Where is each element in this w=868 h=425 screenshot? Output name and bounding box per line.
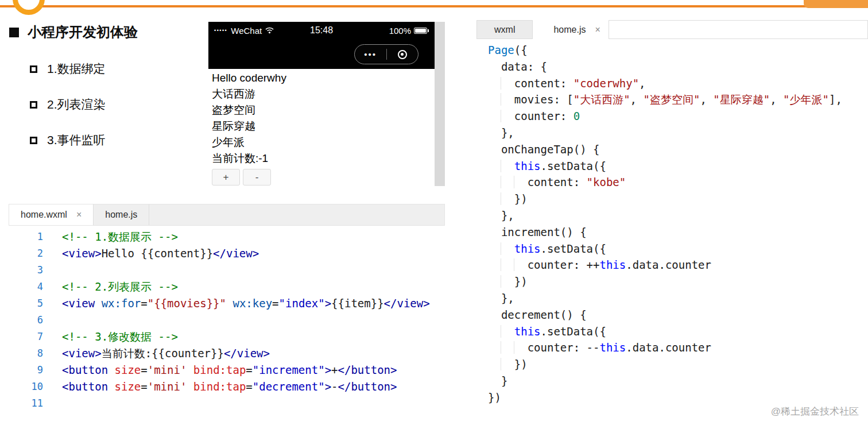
tab-home-js[interactable]: home.js × xyxy=(541,20,603,39)
content-line: 少年派 xyxy=(212,134,431,150)
code-line: movies: ["大话西游", "盗梦空间", "星际穿越", "少年派"], xyxy=(488,91,868,108)
line-number: 2 xyxy=(9,245,43,262)
deco-corner-shape xyxy=(804,0,868,8)
line-number: 1 xyxy=(9,229,43,245)
counter-line: 当前计数:-1 xyxy=(212,150,431,167)
deco-ring-icon xyxy=(13,0,45,15)
code-line: }, xyxy=(488,207,868,224)
code-line: }) xyxy=(488,356,868,373)
code-line: this.setData({ xyxy=(488,158,868,175)
more-menu-button[interactable]: ••• xyxy=(355,45,386,64)
statusbar-left: ••••• WeChat xyxy=(214,26,310,36)
clock-label: 15:48 xyxy=(310,25,333,36)
outline-item-data-binding: 1.数据绑定 xyxy=(30,61,138,77)
code-line: 6 xyxy=(9,312,445,329)
decrement-button[interactable]: - xyxy=(243,169,271,186)
js-code-area[interactable]: Page({ data: { content: "coderwhy", movi… xyxy=(476,39,868,406)
close-icon[interactable]: × xyxy=(595,25,600,35)
slide: 小程序开发初体验 1.数据绑定 2.列表渲染 3.事件监听 ••••• WeCh… xyxy=(0,0,868,425)
code-line: }, xyxy=(488,290,868,307)
wifi-icon xyxy=(265,27,274,34)
line-number: 4 xyxy=(9,279,43,295)
js-editor-tabbar: wxml home.js × xyxy=(476,20,868,39)
code-line: decrement() { xyxy=(488,307,868,323)
phone-preview: ••••• WeChat 15:48 100% xyxy=(208,22,445,186)
code-line: onChangeTap() { xyxy=(488,141,868,158)
js-editor: wxml home.js × Page({ data: { content: "… xyxy=(476,20,868,422)
hollow-square-bullet-icon xyxy=(30,65,37,73)
code-line: content: "coderwhy", xyxy=(488,75,868,92)
outline-item-label: 1.数据绑定 xyxy=(47,61,106,77)
code-line: 2<view>Hello {{content}}</view> xyxy=(9,245,445,262)
tab-label: home.wxml xyxy=(21,210,67,220)
watermark: @稀土掘金技术社区 xyxy=(771,405,859,418)
tab-label: home.js xyxy=(105,210,137,220)
outline-section: 小程序开发初体验 1.数据绑定 2.列表渲染 3.事件监听 xyxy=(9,23,138,148)
wxml-editor: home.wxml × home.js 1<!-- 1.数据展示 -->2<vi… xyxy=(9,204,445,414)
page-title-row: 小程序开发初体验 xyxy=(9,23,138,41)
outline-item-label: 3.事件监听 xyxy=(47,132,106,148)
line-number: 5 xyxy=(9,295,43,312)
code-line: 8<view>当前计数:{{counter}}</view> xyxy=(9,345,445,362)
hollow-square-bullet-icon xyxy=(30,137,37,144)
code-line: 1<!-- 1.数据展示 --> xyxy=(9,229,445,245)
content-line: 盗梦空间 xyxy=(212,102,431,118)
code-line: data: { xyxy=(488,59,868,75)
line-number: 10 xyxy=(9,378,43,395)
code-line: 9<button size='mini' bind:tap="increment… xyxy=(9,362,445,378)
code-line: increment() { xyxy=(488,224,868,241)
code-line: counter: 0 xyxy=(488,108,868,125)
code-line: 5<view wx:for="{{movies}}" wx:key="index… xyxy=(9,295,445,312)
code-line: Page({ xyxy=(488,42,868,59)
counter-buttons-row: + - xyxy=(212,169,431,186)
tabbar-empty-area xyxy=(609,20,868,39)
code-line: }) xyxy=(488,191,868,207)
code-line: 3 xyxy=(9,262,445,279)
content-line: Hello coderwhy xyxy=(212,70,431,86)
filled-square-bullet-icon xyxy=(9,28,19,37)
battery-icon xyxy=(414,28,429,34)
code-line: counter: ++this.data.counter xyxy=(488,257,868,273)
code-line: 4<!-- 2.列表展示 --> xyxy=(9,279,445,295)
code-line: content: "kobe" xyxy=(488,174,868,191)
line-number: 3 xyxy=(9,262,43,279)
phone-scrollbar-strip[interactable] xyxy=(435,22,445,186)
tab-label: home.js xyxy=(553,25,586,35)
close-icon[interactable]: × xyxy=(76,210,82,220)
code-line: }, xyxy=(488,125,868,141)
code-line: 7<!-- 3.修改数据 --> xyxy=(9,329,445,345)
code-line: this.setData({ xyxy=(488,323,868,340)
tab-label: wxml xyxy=(494,25,515,35)
content-line: 大话西游 xyxy=(212,86,431,102)
phone-screen: ••••• WeChat 15:48 100% xyxy=(208,22,435,186)
line-number: 9 xyxy=(9,362,43,378)
code-line: this.setData({ xyxy=(488,241,868,257)
tab-wxml[interactable]: wxml xyxy=(476,20,533,39)
tab-home-wxml[interactable]: home.wxml × xyxy=(9,204,94,225)
outline-item-label: 2.列表渲染 xyxy=(47,96,106,113)
content-line: 星际穿越 xyxy=(212,118,431,134)
line-number: 7 xyxy=(9,329,43,345)
phone-navbar: ••• xyxy=(208,39,435,69)
increment-button[interactable]: + xyxy=(212,169,240,186)
line-number: 11 xyxy=(9,395,43,412)
signal-dots-icon: ••••• xyxy=(214,28,227,33)
miniprogram-content: Hello coderwhy 大话西游 盗梦空间 星际穿越 少年派 当前计数:-… xyxy=(208,69,435,187)
page-title: 小程序开发初体验 xyxy=(28,23,138,41)
tab-home-js[interactable]: home.js xyxy=(94,204,149,225)
exit-circle-icon xyxy=(398,50,407,59)
code-line: 10<button size='mini' bind:tap="decremen… xyxy=(9,378,445,395)
code-line: 11 xyxy=(9,395,445,412)
outline-item-list-render: 2.列表渲染 xyxy=(30,96,138,113)
wxml-editor-tabbar: home.wxml × home.js xyxy=(9,204,445,226)
line-number: 8 xyxy=(9,345,43,362)
top-accent-bar xyxy=(0,5,868,7)
hollow-square-bullet-icon xyxy=(30,101,37,109)
battery-percent-label: 100% xyxy=(389,26,411,36)
wxml-code-area[interactable]: 1<!-- 1.数据展示 -->2<view>Hello {{content}}… xyxy=(9,226,445,412)
code-line: }) xyxy=(488,273,868,290)
more-dots-icon: ••• xyxy=(364,49,377,59)
outline-item-event-listen: 3.事件监听 xyxy=(30,132,138,148)
exit-button[interactable] xyxy=(387,45,418,64)
line-number: 6 xyxy=(9,312,43,329)
